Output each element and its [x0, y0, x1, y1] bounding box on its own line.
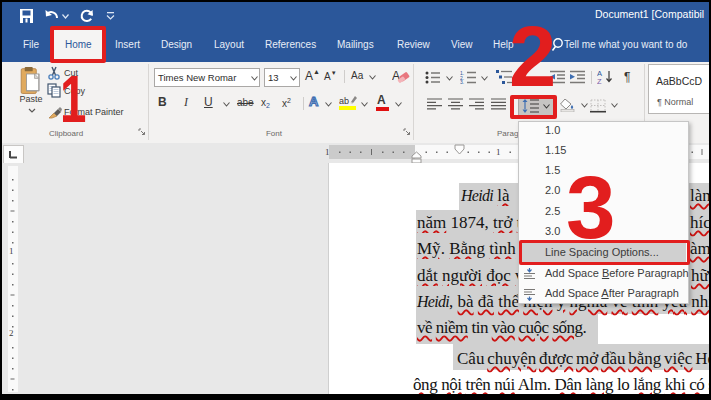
svg-text:Z: Z [597, 77, 602, 84]
svg-text:ab: ab [339, 96, 349, 106]
svg-text:3.: 3. [460, 79, 464, 84]
